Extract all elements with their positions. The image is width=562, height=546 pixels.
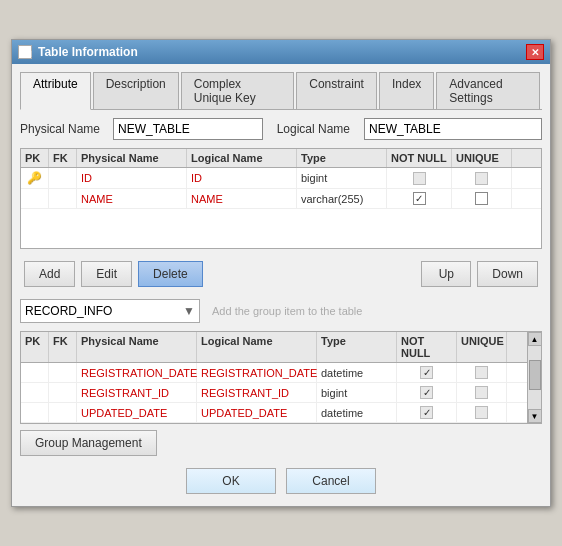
gunique-cell [457,383,507,402]
tab-description[interactable]: Description [93,72,179,109]
window-icon: 🗃 [18,45,32,59]
main-table-section: PK FK Physical Name Logical Name Type NO… [20,148,542,249]
not-null-checkbox [420,406,433,419]
col-logical-name: Logical Name [187,149,297,167]
main-table-body: 🔑 ID ID bigint NAM [21,168,541,248]
gtype-cell: datetime [317,403,397,422]
gtype-cell: datetime [317,363,397,382]
group-table-section: PK FK Physical Name Logical Name Type NO… [20,331,542,424]
group-row: RECORD_INFO ▼ Add the group item to the … [20,299,542,323]
window-title: Table Information [38,45,138,59]
physical-name-input[interactable] [113,118,263,140]
scroll-thumb[interactable] [529,360,541,390]
main-table-header: PK FK Physical Name Logical Name Type NO… [21,149,541,168]
gcol-unique: UNIQUE [457,332,507,362]
tab-attribute[interactable]: Attribute [20,72,91,110]
gunique-cell [457,403,507,422]
col-pk: PK [21,149,49,167]
type-cell: varchar(255) [297,189,387,208]
table-row[interactable]: UPDATED_DATE UPDATED_DATE datetime [21,403,527,423]
gfk-cell [49,363,77,382]
gcol-physical-name: Physical Name [77,332,197,362]
gcol-logical-name: Logical Name [197,332,317,362]
key-icon: 🔑 [27,171,42,185]
not-null-cell [387,168,452,188]
physical-name-cell: NAME [77,189,187,208]
gcol-fk: FK [49,332,77,362]
unique-cell [452,168,512,188]
gphysical-name-cell: REGISTRANT_ID [77,383,197,402]
gfk-cell [49,403,77,422]
scrollbar[interactable]: ▲ ▼ [527,332,541,423]
not-null-checkbox[interactable] [413,172,426,185]
name-fields-row: Physical Name Logical Name [20,118,542,140]
up-button[interactable]: Up [421,261,471,287]
chevron-down-icon: ▼ [183,304,195,318]
main-window: 🗃 Table Information ✕ Attribute Descript… [11,39,551,507]
tab-complex-unique-key[interactable]: Complex Unique Key [181,72,295,109]
gunique-cell [457,363,507,382]
down-button[interactable]: Down [477,261,538,287]
unique-checkbox [475,406,488,419]
gfk-cell [49,383,77,402]
physical-name-label: Physical Name [20,122,105,136]
pk-cell: 🔑 [21,168,49,188]
fk-cell [49,168,77,188]
gpk-cell [21,363,49,382]
gcol-pk: PK [21,332,49,362]
tab-advanced-settings[interactable]: Advanced Settings [436,72,540,109]
gphysical-name-cell: UPDATED_DATE [77,403,197,422]
col-type: Type [297,149,387,167]
type-cell: bigint [297,168,387,188]
unique-checkbox[interactable] [475,172,488,185]
not-null-checkbox [420,366,433,379]
group-select[interactable]: RECORD_INFO ▼ [20,299,200,323]
window-body: Attribute Description Complex Unique Key… [12,64,550,506]
logical-name-input[interactable] [364,118,542,140]
pk-cell [21,189,49,208]
close-button[interactable]: ✕ [526,44,544,60]
fk-cell [49,189,77,208]
group-table-header: PK FK Physical Name Logical Name Type NO… [21,332,527,363]
not-null-checkbox[interactable] [413,192,426,205]
delete-button[interactable]: Delete [138,261,203,287]
group-select-value: RECORD_INFO [25,304,112,318]
scroll-up-arrow[interactable]: ▲ [528,332,542,346]
tab-index[interactable]: Index [379,72,434,109]
unique-cell [452,189,512,208]
col-unique: UNIQUE [452,149,512,167]
table-row[interactable]: 🔑 ID ID bigint [21,168,541,189]
gpk-cell [21,403,49,422]
unique-checkbox[interactable] [475,192,488,205]
gcol-not-null: NOT NULL [397,332,457,362]
col-physical-name: Physical Name [77,149,187,167]
tab-constraint[interactable]: Constraint [296,72,377,109]
cancel-button[interactable]: Cancel [286,468,376,494]
logical-name-cell: NAME [187,189,297,208]
not-null-cell [387,189,452,208]
gpk-cell [21,383,49,402]
ok-button[interactable]: OK [186,468,276,494]
glogical-name-cell: REGISTRANT_ID [197,383,317,402]
logical-name-label: Logical Name [271,122,356,136]
gtype-cell: bigint [317,383,397,402]
bottom-buttons-row: OK Cancel [20,462,542,498]
gphysical-name-cell: REGISTRATION_DATE [77,363,197,382]
table-row[interactable]: REGISTRATION_DATE REGISTRATION_DATE date… [21,363,527,383]
tab-bar: Attribute Description Complex Unique Key… [20,72,542,110]
scroll-down-arrow[interactable]: ▼ [528,409,542,423]
table-row[interactable]: REGISTRANT_ID REGISTRANT_ID bigint [21,383,527,403]
col-not-null: NOT NULL [387,149,452,167]
physical-name-cell: ID [77,168,187,188]
group-management-row: Group Management [20,430,542,456]
unique-checkbox [475,386,488,399]
glogical-name-cell: REGISTRATION_DATE [197,363,317,382]
action-buttons-row: Add Edit Delete Up Down [20,257,542,291]
gnot-null-cell [397,383,457,402]
edit-button[interactable]: Edit [81,261,132,287]
gnot-null-cell [397,403,457,422]
unique-checkbox [475,366,488,379]
group-management-button[interactable]: Group Management [20,430,157,456]
add-button[interactable]: Add [24,261,75,287]
table-row[interactable]: NAME NAME varchar(255) [21,189,541,209]
